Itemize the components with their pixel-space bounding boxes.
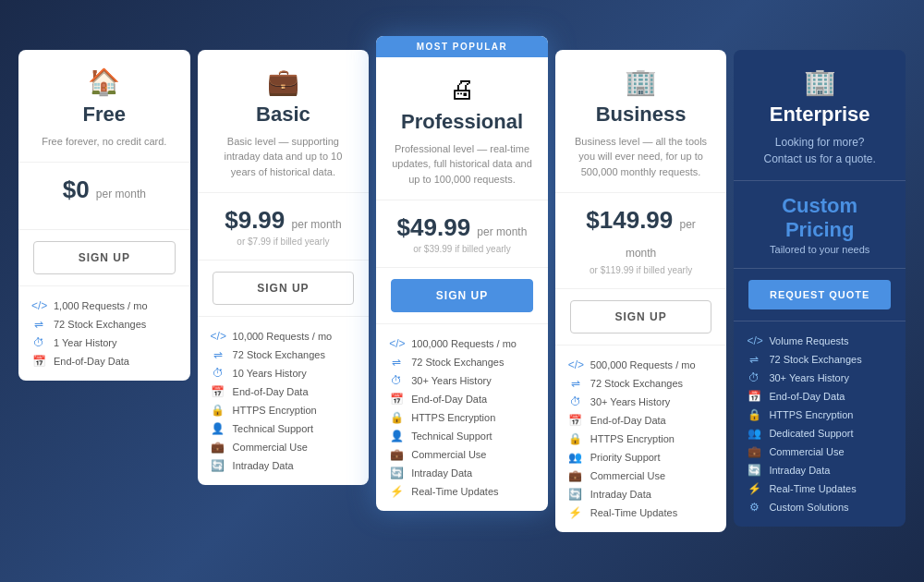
feature-intraday-pro: 🔄Intraday Data — [389, 467, 535, 479]
briefcase-icon: 💼 — [211, 441, 225, 454]
feature-intraday-business: 🔄Intraday Data — [568, 488, 714, 501]
card-header-enterprise: 🏢 Enterprise Looking for more?Contact us… — [734, 50, 906, 181]
price-professional: $49.99 per month — [397, 213, 528, 241]
plan-icon-enterprise: 🏢 — [748, 67, 891, 97]
card-header-business: 🏢 Business Business level — all the tool… — [555, 50, 727, 194]
feature-requests-free: </>1,000 Requests / mo — [31, 299, 177, 312]
plan-icon-business: 🏢 — [570, 67, 712, 97]
code-icon: </> — [568, 358, 583, 371]
plan-description-free: Free forever, no credit card. — [33, 134, 176, 150]
request-quote-button[interactable]: REQUEST QUOTE — [748, 280, 891, 309]
bolt-icon: ⚡ — [747, 482, 761, 495]
calendar-icon: 📅 — [747, 390, 761, 403]
plan-icon-free: 🏠 — [33, 67, 176, 97]
features-basic: </>10,000 Requests / mo ⇌72 Stock Exchan… — [198, 317, 370, 485]
users-icon: 👥 — [747, 427, 761, 440]
calendar-icon: 📅 — [31, 355, 46, 368]
exchange-icon: ⇌ — [568, 377, 583, 390]
refresh-icon: 🔄 — [568, 488, 583, 501]
feature-volume-enterprise: </>Volume Requests — [747, 334, 893, 347]
signup-button-free[interactable]: SIGN UP — [33, 241, 176, 274]
feature-eod-pro: 📅End-of-Day Data — [389, 393, 535, 406]
feature-realtime-business: ⚡Real-Time Updates — [568, 506, 714, 519]
feature-eod-free: 📅End-of-Day Data — [31, 355, 177, 368]
features-free: </>1,000 Requests / mo ⇌72 Stock Exchang… — [18, 286, 190, 381]
price-business: $149.99 per month — [586, 206, 696, 262]
refresh-icon: 🔄 — [211, 459, 225, 472]
code-icon: </> — [31, 299, 46, 312]
plan-card-basic: 💼 Basic Basic level — supporting intrada… — [198, 50, 370, 486]
feature-exchanges-pro: ⇌72 Stock Exchanges — [389, 356, 535, 369]
plan-name-professional: Professional — [391, 110, 533, 134]
gear-icon: ⚙ — [747, 501, 761, 514]
feature-exchanges-business: ⇌72 Stock Exchanges — [568, 377, 714, 390]
clock-icon: ⏱ — [211, 367, 225, 380]
pricing-section-enterprise: Custom Pricing Tailored to your needs — [734, 181, 906, 269]
features-professional: </>100,000 Requests / mo ⇌72 Stock Excha… — [376, 324, 548, 511]
refresh-icon: 🔄 — [747, 464, 761, 477]
feature-encryption-enterprise: 🔒HTTPS Encryption — [747, 408, 893, 421]
exchange-icon: ⇌ — [389, 356, 404, 369]
feature-exchanges-basic: ⇌72 Stock Exchanges — [211, 348, 357, 361]
pricing-section-professional: $49.99 per month or $39.99 if billed yea… — [376, 200, 548, 268]
calendar-icon: 📅 — [211, 385, 225, 398]
plan-icon-professional: 🖨 — [391, 74, 533, 104]
pricing-section-free: $0 per month — [18, 163, 190, 230]
price-yearly-free — [33, 206, 176, 216]
feature-support-enterprise: 👥Dedicated Support — [747, 427, 893, 440]
plan-card-free: 🏠 Free Free forever, no credit card. $0 … — [18, 50, 190, 382]
plan-card-enterprise: 🏢 Enterprise Looking for more?Contact us… — [734, 50, 906, 527]
bolt-icon: ⚡ — [568, 506, 583, 519]
feature-exchanges-free: ⇌72 Stock Exchanges — [31, 318, 177, 331]
feature-intraday-enterprise: 🔄Intraday Data — [747, 464, 893, 477]
price-yearly-business: or $119.99 if billed yearly — [570, 265, 712, 275]
pricing-section-business: $149.99 per month or $119.99 if billed y… — [555, 193, 727, 289]
card-header-basic: 💼 Basic Basic level — supporting intrada… — [198, 50, 370, 194]
exchange-icon: ⇌ — [31, 318, 46, 331]
exchange-icon: ⇌ — [211, 348, 225, 361]
lock-icon: 🔒 — [568, 432, 583, 445]
feature-support-pro: 👤Technical Support — [389, 430, 535, 443]
pricing-section-basic: $9.99 per month or $7.99 if billed yearl… — [198, 193, 370, 261]
signup-section-free: SIGN UP — [18, 230, 190, 286]
signup-section-enterprise: REQUEST QUOTE — [734, 269, 906, 321]
plan-description-professional: Professional level — real-time updates, … — [391, 141, 533, 188]
plan-name-basic: Basic — [213, 103, 355, 127]
plan-description-business: Business level — all the tools you will … — [570, 134, 712, 180]
signup-button-professional[interactable]: SIGN UP — [391, 279, 533, 312]
signup-section-basic: SIGN UP — [198, 261, 370, 317]
feature-commercial-enterprise: 💼Commercial Use — [747, 445, 893, 458]
signup-section-business: SIGN UP — [555, 289, 727, 346]
feature-requests-pro: </>100,000 Requests / mo — [389, 337, 535, 350]
featured-badge: MOST POPULAR — [376, 36, 548, 57]
feature-support-business: 👥Priority Support — [568, 451, 714, 464]
plan-card-business: 🏢 Business Business level — all the tool… — [555, 50, 727, 533]
card-header-professional: 🖨 Professional Professional level — real… — [376, 57, 548, 201]
calendar-icon: 📅 — [389, 393, 404, 406]
feature-custom-enterprise: ⚙Custom Solutions — [747, 501, 893, 514]
feature-realtime-pro: ⚡Real-Time Updates — [389, 485, 535, 498]
briefcase-icon: 💼 — [747, 445, 761, 458]
clock-icon: ⏱ — [389, 374, 404, 387]
feature-commercial-pro: 💼Commercial Use — [389, 448, 535, 461]
price-yearly-professional: or $39.99 if billed yearly — [391, 244, 533, 254]
signup-button-basic[interactable]: SIGN UP — [213, 272, 355, 305]
feature-eod-enterprise: 📅End-of-Day Data — [747, 390, 893, 403]
lock-icon: 🔒 — [389, 411, 404, 424]
features-enterprise: </>Volume Requests ⇌72 Stock Exchanges ⏱… — [734, 321, 906, 527]
plan-name-business: Business — [570, 103, 712, 127]
clock-icon: ⏱ — [747, 371, 761, 384]
signup-button-business[interactable]: SIGN UP — [570, 300, 712, 333]
refresh-icon: 🔄 — [389, 467, 404, 479]
feature-commercial-business: 💼Commercial Use — [568, 469, 714, 482]
feature-requests-basic: </>10,000 Requests / mo — [211, 330, 357, 343]
briefcase-icon: 💼 — [568, 469, 583, 482]
feature-eod-basic: 📅End-of-Day Data — [211, 385, 357, 398]
custom-pricing-label: Custom Pricing — [748, 194, 891, 242]
price-basic: $9.99 per month — [225, 206, 341, 234]
clock-icon: ⏱ — [31, 336, 46, 349]
feature-support-basic: 👤Technical Support — [211, 422, 357, 435]
feature-encryption-business: 🔒HTTPS Encryption — [568, 432, 714, 445]
pricing-container: 🏠 Free Free forever, no credit card. $0 … — [18, 50, 906, 533]
calendar-icon: 📅 — [568, 414, 583, 427]
